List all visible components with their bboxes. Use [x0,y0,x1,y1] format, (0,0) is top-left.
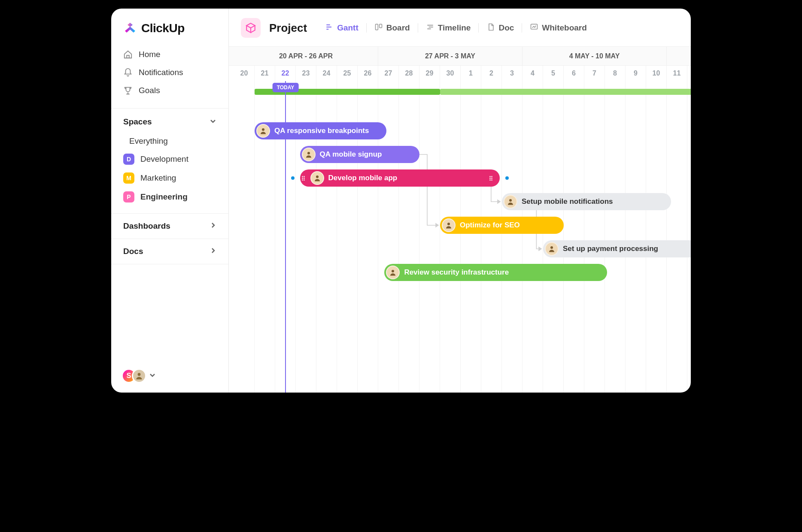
day-header[interactable]: 26 [358,66,378,81]
assignee-avatar[interactable] [504,195,517,209]
assignee-avatar[interactable] [310,171,324,185]
assignee-avatar[interactable] [545,242,559,256]
chevron-down-icon [149,372,156,380]
day-header[interactable]: 22 [275,66,296,81]
tab-whiteboard-icon [530,23,538,33]
sidebar-item-goals[interactable]: Goals [118,82,222,100]
svg-point-20 [392,270,394,272]
day-row: 2021222324252627282930123456789101112 [229,66,691,81]
project-icon[interactable] [241,18,261,38]
spaces-header[interactable]: Spaces [111,109,228,133]
dependency-handle[interactable] [505,176,509,180]
brand-logo[interactable]: ClickUp [111,9,228,45]
task-label: Setup mobile notifications [522,197,613,206]
spaces-header-label: Spaces [123,117,152,127]
gantt-task-bar[interactable]: Review security infrastructure [384,264,607,281]
svg-point-14 [262,128,264,131]
sidebar-item-notifications[interactable]: Notifications [118,63,222,82]
spaces-list: EverythingDDevelopmentMMarketingPEnginee… [111,133,228,213]
tab-board[interactable]: Board [368,19,417,37]
gantt-task-bar[interactable]: Develop mobile app [300,169,500,187]
task-label: Set up payment processing [563,245,658,253]
app-window: ClickUp HomeNotificationsGoals Spaces Ev… [111,9,691,393]
spaces-section: Spaces EverythingDDevelopmentMMarketingP… [111,108,228,213]
day-header[interactable]: 7 [584,66,605,81]
day-header[interactable]: 2 [481,66,502,81]
drag-handle-icon[interactable] [489,176,494,181]
sidebar-item-docs[interactable]: Docs [111,239,228,264]
svg-point-19 [550,246,553,249]
gantt-chart[interactable]: TODAYQA responsive breakpointsQA mobile … [229,81,691,393]
day-header[interactable]: 12 [687,66,691,81]
gantt-task-bar[interactable]: Set up payment processing [543,240,691,257]
sidebar-item-home[interactable]: Home [118,45,222,63]
tab-board-icon [374,23,383,33]
sidebar: ClickUp HomeNotificationsGoals Spaces Ev… [111,9,229,393]
sidebar-item-dashboards[interactable]: Dashboards [111,213,228,239]
today-marker-label: TODAY [273,83,299,92]
day-header[interactable]: 23 [296,66,316,81]
day-header[interactable]: 1 [461,66,481,81]
svg-point-16 [316,175,319,178]
space-label: Engineering [140,192,188,202]
day-header[interactable]: 9 [626,66,646,81]
gantt-task-bar[interactable]: QA mobile signup [300,146,419,163]
day-header[interactable]: 25 [337,66,358,81]
week-row: 20 APR - 26 APR27 APR - 3 MAY4 MAY - 10 … [229,47,691,66]
sidebar-item-engineering[interactable]: PEngineering [118,187,222,206]
svg-point-17 [509,199,512,202]
gantt-task-bar[interactable]: QA responsive breakpoints [255,122,386,139]
tab-doc[interactable]: Doc [480,19,521,37]
week-header: 20 APR - 26 APR [234,47,378,65]
dependency-handle[interactable] [291,176,295,180]
day-header[interactable]: 21 [255,66,275,81]
svg-point-4 [138,373,141,376]
view-tabs: GanttBoardTimelineDocWhiteboard [318,19,594,37]
day-header[interactable]: 8 [605,66,626,81]
tab-label: Whiteboard [542,23,587,33]
sidebar-item-marketing[interactable]: MMarketing [118,169,222,187]
assignee-avatar[interactable] [442,218,456,232]
day-header[interactable]: 11 [667,66,687,81]
week-header: 27 APR - 3 MAY [378,47,523,65]
chevron-right-icon [210,247,216,256]
svg-rect-9 [379,24,382,27]
day-header[interactable]: 28 [399,66,419,81]
tab-timeline[interactable]: Timeline [419,19,478,37]
sidebar-item-everything[interactable]: Everything [118,133,222,150]
assignee-avatar[interactable] [256,124,270,138]
assignee-avatar[interactable] [386,266,400,279]
day-header[interactable]: 30 [440,66,461,81]
day-header[interactable]: 24 [316,66,337,81]
space-label: Marketing [140,173,176,183]
svg-point-18 [447,223,450,225]
space-chip: P [123,191,134,203]
day-header[interactable]: 27 [378,66,399,81]
day-header[interactable]: 4 [523,66,543,81]
tab-label: Doc [498,23,514,33]
docs-label: Docs [123,247,143,256]
nav-label: Home [139,50,161,59]
main: Project GanttBoardTimelineDocWhiteboard … [229,9,691,393]
task-label: Develop mobile app [328,174,398,182]
day-header[interactable]: 5 [543,66,564,81]
task-label: QA responsive breakpoints [274,127,369,135]
assignee-avatar[interactable] [302,148,316,161]
sidebar-item-development[interactable]: DDevelopment [118,150,222,169]
day-header[interactable]: 20 [234,66,255,81]
tab-timeline-icon [426,23,434,33]
day-header[interactable]: 10 [646,66,667,81]
sidebar-item-home-icon [123,50,133,59]
dashboards-label: Dashboards [123,221,170,231]
gantt-task-bar[interactable]: Setup mobile notifications [502,193,671,210]
tab-whiteboard[interactable]: Whiteboard [523,19,594,37]
user-menu[interactable]: S [111,359,228,393]
day-header[interactable]: 3 [502,66,523,81]
day-header[interactable]: 29 [419,66,440,81]
tab-gantt[interactable]: Gantt [318,19,365,37]
gantt-task-bar[interactable]: Optimize for SEO [440,217,564,234]
drag-handle-icon[interactable] [302,176,306,181]
day-header[interactable]: 6 [564,66,584,81]
user-avatar [132,369,146,383]
task-label: Optimize for SEO [460,221,520,230]
